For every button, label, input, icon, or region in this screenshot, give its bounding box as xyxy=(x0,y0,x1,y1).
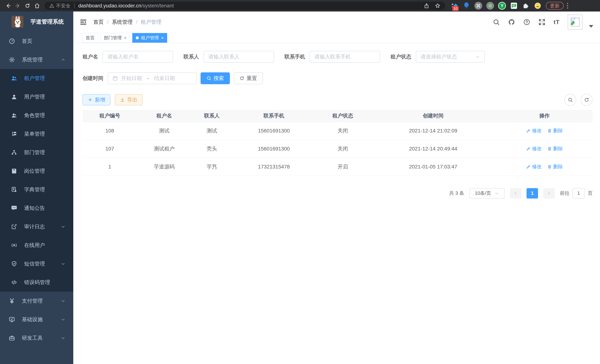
page-number-1[interactable]: 1 xyxy=(526,188,538,198)
security-label[interactable]: 不安全 xyxy=(56,3,71,9)
extension-chat-button[interactable] xyxy=(510,2,518,10)
sidebar-item-post[interactable]: 岗位管理 xyxy=(0,162,73,180)
refresh-table-button[interactable] xyxy=(581,94,593,106)
font-size-button[interactable]: tT xyxy=(554,19,560,26)
mobile-label: 联系手机 xyxy=(284,53,305,60)
delete-button[interactable]: 删除 xyxy=(547,163,563,170)
tenant-name-input[interactable] xyxy=(107,54,168,60)
browser-forward-button[interactable] xyxy=(13,1,23,10)
header-search-button[interactable] xyxy=(493,19,500,26)
role-icon xyxy=(10,112,18,119)
next-page-button[interactable] xyxy=(543,188,555,198)
sidebar-item-label: 基础设施 xyxy=(22,316,43,323)
sidebar-item-menu[interactable]: 菜单管理 xyxy=(0,125,73,143)
chevron-down-icon xyxy=(61,261,66,266)
edit-button[interactable]: 修改 xyxy=(526,145,542,152)
sidebar-item-error-code[interactable]: 错误码管理 xyxy=(0,273,73,292)
extension-command-button[interactable] xyxy=(474,2,482,10)
toggle-search-button[interactable] xyxy=(564,94,576,106)
delete-button[interactable]: 删除 xyxy=(547,145,563,152)
sidebar-item-infra[interactable]: 基础设施 xyxy=(0,310,73,329)
extensions-menu-button[interactable] xyxy=(522,2,530,10)
search-button[interactable]: 搜索 xyxy=(201,72,230,84)
app-logo-rabbit-icon xyxy=(11,16,23,28)
browser-profile-button[interactable] xyxy=(534,2,542,10)
add-button[interactable]: 新增 xyxy=(83,94,110,105)
top-navbar: 首页 / 系统管理 / 租户管理 tT xyxy=(73,11,600,33)
sidebar-item-label: 字典管理 xyxy=(24,186,45,193)
prev-page-button[interactable] xyxy=(510,188,521,198)
menu-tree-icon xyxy=(10,131,18,137)
reset-button[interactable]: 重置 xyxy=(234,72,263,84)
status-select[interactable]: 请选择租户状态 xyxy=(416,51,485,63)
tag-home[interactable]: 首页 xyxy=(82,33,98,43)
sidebar-item-online-users[interactable]: 在线用户 xyxy=(0,236,73,254)
browser-update-button[interactable]: 更新 xyxy=(546,2,564,10)
avatar-dropdown-caret-icon[interactable] xyxy=(589,25,593,28)
sidebar-item-dict[interactable]: 字典管理 xyxy=(0,180,73,199)
browser-home-button[interactable] xyxy=(32,1,42,10)
sidebar-item-label: 在线用户 xyxy=(24,242,45,249)
tenant-table: 租户编号 租户名 联系人 联系手机 租户状态 创建时间 操作 108 测试 测试 xyxy=(83,110,593,176)
close-icon[interactable]: × xyxy=(124,35,127,40)
url-host: dashboard.yudao.iocoder.cn xyxy=(78,3,141,9)
tag-dept[interactable]: 部门管理 × xyxy=(100,33,130,43)
col-created: 创建时间 xyxy=(370,110,496,122)
search-icon xyxy=(568,97,573,103)
close-icon[interactable]: × xyxy=(161,35,164,40)
download-icon xyxy=(120,97,125,102)
date-separator: - xyxy=(147,75,149,81)
user-avatar[interactable] xyxy=(568,15,582,29)
share-button[interactable] xyxy=(424,3,429,9)
command-icon xyxy=(474,2,482,10)
tag-tenant-active[interactable]: 租户管理 × xyxy=(132,33,167,43)
table-row: 108 测试 测试 15601691300 关闭 2021-12-14 21:0… xyxy=(83,122,593,140)
bookmark-star-button[interactable] xyxy=(435,3,441,9)
sidebar-item-user[interactable]: 用户管理 xyxy=(0,88,73,106)
sidebar-logo[interactable]: 芋道管理系统 xyxy=(0,11,73,32)
sidebar-menu: 首页 系统管理 租户管理 用户管理 角色管理 菜单管理 xyxy=(0,32,73,364)
sidebar-item-home[interactable]: 首页 xyxy=(0,32,73,50)
goto-page-input[interactable] xyxy=(572,188,585,198)
extension-y-button[interactable]: Y xyxy=(498,2,506,10)
export-button[interactable]: 导出 xyxy=(115,94,143,105)
address-bar[interactable]: 不安全 dashboard.yudao.iocoder.cn/system/te… xyxy=(45,2,445,10)
mobile-input[interactable] xyxy=(314,54,375,60)
delete-button[interactable]: 删除 xyxy=(547,127,563,134)
breadcrumb-system[interactable]: 系统管理 xyxy=(112,19,133,26)
sidebar-item-dev-tools[interactable]: 研发工具 xyxy=(0,329,73,347)
page-size-select[interactable]: 10条/页 xyxy=(469,188,505,198)
extension-translate-button[interactable]: 10 xyxy=(450,2,459,10)
contact-input[interactable] xyxy=(208,54,269,60)
sidebar-item-dept[interactable]: 部门管理 xyxy=(0,143,73,162)
chevron-down-icon xyxy=(61,317,66,322)
edit-button[interactable]: 修改 xyxy=(526,163,542,170)
help-button[interactable] xyxy=(523,19,530,26)
table-header-row: 租户编号 租户名 联系人 联系手机 租户状态 创建时间 操作 xyxy=(83,110,593,122)
browser-reload-button[interactable] xyxy=(23,1,32,10)
fullscreen-button[interactable] xyxy=(538,19,545,26)
sidebar-item-sms[interactable]: 短信管理 xyxy=(0,254,73,273)
browser-menu-button[interactable] xyxy=(567,3,568,9)
sidebar-item-tenant[interactable]: 租户管理 xyxy=(0,69,73,88)
contact-input-wrap xyxy=(204,51,274,63)
extension-balloon-button[interactable] xyxy=(462,2,470,10)
extension-recorder-button[interactable] xyxy=(486,2,494,10)
date-range-picker[interactable]: 开始日期 - 结束日期 xyxy=(108,72,197,84)
browser-back-button[interactable] xyxy=(3,1,13,10)
sidebar-collapse-button[interactable] xyxy=(73,18,93,26)
calendar-icon xyxy=(112,76,118,81)
github-icon xyxy=(508,19,515,26)
chevron-right-icon xyxy=(547,191,551,196)
sidebar-item-audit-log[interactable]: 审计日志 xyxy=(0,217,73,236)
sidebar-item-notice[interactable]: 通知公告 xyxy=(0,199,73,217)
sidebar-item-role[interactable]: 角色管理 xyxy=(0,106,73,125)
cell-contact: 测试 xyxy=(191,122,232,140)
edit-button[interactable]: 修改 xyxy=(526,127,542,134)
github-link[interactable] xyxy=(508,19,515,26)
sidebar-item-pay[interactable]: 支付管理 xyxy=(0,292,73,310)
breadcrumb-home[interactable]: 首页 xyxy=(93,19,104,26)
plus-icon xyxy=(88,97,93,102)
sidebar-item-system[interactable]: 系统管理 xyxy=(0,50,73,69)
chevron-down-icon xyxy=(61,299,66,303)
